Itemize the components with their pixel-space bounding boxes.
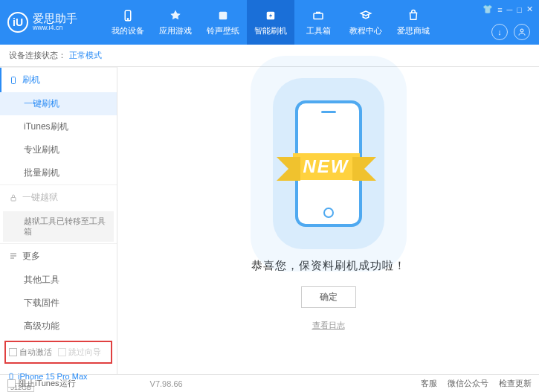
- tab-toolbox[interactable]: 工具箱: [294, 0, 342, 45]
- svg-rect-4: [314, 13, 323, 19]
- success-illustration: NEW: [273, 89, 384, 238]
- tutorial-icon: [358, 8, 373, 23]
- sidebar-item-itunes-flash[interactable]: iTunes刷机: [0, 115, 117, 138]
- flash-icon: [263, 8, 278, 23]
- sidebar-section-more[interactable]: 更多: [0, 244, 117, 269]
- footer-link-support[interactable]: 客服: [421, 378, 437, 389]
- menu-icon[interactable]: ≡: [497, 5, 502, 14]
- sidebar-item-pro-flash[interactable]: 专业刷机: [0, 138, 117, 161]
- phone-small-icon: [9, 76, 18, 85]
- sidebar-item-onekey-flash[interactable]: 一键刷机: [0, 92, 117, 115]
- phone-icon: [120, 8, 135, 23]
- sidebar: 刷机 一键刷机 iTunes刷机 专业刷机 批量刷机 一键越狱 越狱工具已转移至…: [0, 67, 117, 374]
- sidebar-item-other-tools[interactable]: 其他工具: [0, 269, 117, 292]
- app-title: 爱思助手: [33, 13, 77, 25]
- logo: iU 爱思助手 www.i4.cn: [7, 12, 104, 33]
- sidebar-section-jailbreak[interactable]: 一键越狱: [0, 185, 117, 210]
- svg-rect-7: [11, 197, 16, 201]
- sidebar-section-flash[interactable]: 刷机: [0, 68, 117, 92]
- svg-point-1: [127, 19, 129, 20]
- sidebar-jailbreak-note: 越狱工具已转移至工具箱: [3, 211, 114, 242]
- sidebar-item-advanced[interactable]: 高级功能: [0, 315, 117, 338]
- success-message: 恭喜您，保资料刷机成功啦！: [251, 259, 406, 273]
- status-label: 设备连接状态：: [9, 50, 66, 61]
- view-log-link[interactable]: 查看日志: [312, 320, 345, 331]
- status-bar: 设备连接状态： 正常模式: [0, 45, 539, 67]
- main-content: NEW 恭喜您，保资料刷机成功啦！ 确定 查看日志: [117, 67, 539, 374]
- app-url: www.i4.cn: [33, 25, 77, 32]
- version-label: V7.98.66: [150, 379, 183, 388]
- svg-point-5: [520, 29, 523, 32]
- tab-ringtones[interactable]: 铃声壁纸: [199, 0, 247, 45]
- checkbox-skip-guide[interactable]: 跳过向导: [58, 347, 101, 358]
- tab-my-device[interactable]: 我的设备: [104, 0, 152, 45]
- list-icon: [9, 251, 18, 260]
- sidebar-item-batch-flash[interactable]: 批量刷机: [0, 161, 117, 184]
- tab-tutorials[interactable]: 教程中心: [342, 0, 390, 45]
- new-ribbon: NEW: [293, 153, 360, 180]
- window-controls: 👕 ≡ ─ □ ✕: [482, 4, 533, 14]
- store-icon: [406, 8, 421, 23]
- tab-store[interactable]: 爱思商城: [390, 0, 437, 45]
- sidebar-item-download-firmware[interactable]: 下载固件: [0, 292, 117, 315]
- svg-rect-2: [219, 12, 227, 20]
- close-icon[interactable]: ✕: [526, 4, 533, 14]
- lock-icon: [9, 193, 18, 202]
- tab-apps-games[interactable]: 应用游戏: [152, 0, 199, 45]
- maximize-icon[interactable]: □: [517, 5, 522, 14]
- minimize-icon[interactable]: ─: [507, 5, 513, 14]
- checkbox-block-itunes[interactable]: 阻止iTunes运行: [7, 378, 76, 389]
- download-button[interactable]: ↓: [491, 24, 508, 40]
- nav-tabs: 我的设备 应用游戏 铃声壁纸 智能刷机 工具箱 教程中心 爱思商城: [104, 0, 437, 45]
- logo-icon: iU: [7, 12, 28, 33]
- options-highlight-box: 自动激活 跳过向导: [4, 341, 112, 364]
- ringtone-icon: [216, 8, 230, 23]
- tab-smart-flash[interactable]: 智能刷机: [247, 0, 294, 45]
- ok-button[interactable]: 确定: [301, 286, 356, 308]
- svg-rect-6: [12, 77, 16, 83]
- skin-icon[interactable]: 👕: [482, 4, 493, 14]
- app-header: iU 爱思助手 www.i4.cn 我的设备 应用游戏 铃声壁纸 智能刷机 工具…: [0, 0, 539, 45]
- footer-link-update[interactable]: 检查更新: [499, 378, 532, 389]
- status-mode: 正常模式: [69, 50, 102, 61]
- footer-link-wechat[interactable]: 微信公众号: [448, 378, 488, 389]
- apps-icon: [168, 8, 183, 23]
- checkbox-auto-activate[interactable]: 自动激活: [9, 347, 52, 358]
- user-button[interactable]: [514, 24, 530, 40]
- toolbox-icon: [311, 8, 326, 23]
